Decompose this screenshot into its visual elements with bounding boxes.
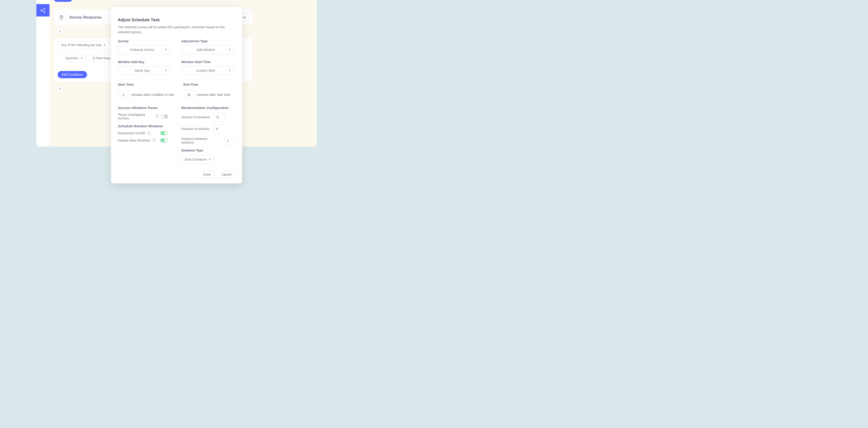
duration-window-label: Duration of window: [181, 127, 210, 131]
clipboard-icon-box [57, 13, 66, 22]
distance-type-select[interactable]: Exact Distance ▼ [181, 155, 214, 164]
start-time-suffix: minutes after condition is met [131, 93, 174, 96]
amount-windows-input[interactable] [214, 113, 225, 121]
modal-description: The selected survey will be added the pa… [118, 25, 235, 35]
window-start-time-value: Custom Start [196, 69, 215, 72]
adjustment-type-label: Adjustment Type [181, 39, 235, 43]
distance-windows-label: Distance between windows: [181, 137, 221, 144]
adjustment-type-select[interactable]: Add Window ▼ [181, 45, 234, 54]
modal-title: Adjust Schedule Task [118, 18, 235, 22]
plus-icon [59, 87, 62, 90]
edit-conditions-button[interactable]: Edit Conditions [58, 71, 87, 78]
left-rail [36, 0, 50, 147]
survey-response-title: Survey Response [69, 15, 102, 20]
distance-type-label: Distance Type [181, 149, 235, 152]
window-add-day-field: Window Add Day Same Day ▼ [118, 60, 172, 75]
distance-windows-input[interactable] [224, 136, 235, 145]
end-time-suffix: minutes after start time [197, 93, 230, 96]
question-chip-label: Question [66, 56, 79, 60]
end-time-input[interactable] [184, 90, 195, 99]
done-label: Done [203, 173, 211, 176]
svg-point-2 [44, 11, 45, 13]
survey-select-value: Followup Survey [130, 48, 154, 52]
chevron-down-icon: ▼ [81, 57, 83, 59]
schedule-random-heading: Schedule Random Windows [118, 124, 172, 128]
window-add-day-value: Same Day [134, 69, 150, 72]
add-step-button-2[interactable] [57, 86, 63, 92]
amount-windows-label: Amount of windows: [181, 115, 211, 119]
adjustment-type-field: Adjustment Type Add Window ▼ [181, 39, 235, 54]
question-chip[interactable]: Question ▼ [62, 54, 86, 62]
cancel-button[interactable]: Cancel [218, 171, 235, 178]
window-start-time-field: Window Start Time Custom Start ▼ [181, 60, 235, 75]
svg-line-3 [42, 9, 44, 10]
window-start-time-select[interactable]: Custom Start ▼ [181, 66, 234, 75]
adjust-schedule-modal: Adjust Schedule Task The selected survey… [111, 7, 242, 183]
network-icon [40, 7, 46, 13]
display-new-windows-label: Display New Windows [118, 139, 150, 142]
adjustment-type-value: Add Window [196, 48, 215, 52]
end-time-field: End Time minutes after start time [184, 83, 235, 99]
pause-overlapping-toggle[interactable] [161, 114, 168, 119]
chevron-down-icon: ▼ [228, 69, 231, 72]
edit-conditions-label: Edit Conditions [62, 73, 83, 77]
chevron-down-icon: ▼ [228, 49, 231, 51]
start-time-input[interactable] [118, 90, 129, 99]
chevron-down-icon: ▼ [165, 69, 167, 72]
svg-point-1 [44, 8, 45, 9]
randomize-onoff-label: Randomize On/Off [118, 131, 145, 135]
rail-tab-flow[interactable] [36, 4, 50, 17]
survey-label: Survey [118, 39, 172, 43]
chevron-down-icon: ▼ [103, 44, 106, 47]
random-config-heading: Randomization Configuration [181, 106, 235, 110]
done-button[interactable]: Done [199, 171, 215, 178]
help-icon[interactable]: ? [147, 131, 151, 135]
window-add-day-label: Window Add Day [118, 60, 172, 64]
pause-overlapping-label: Pause overlapping surveys [118, 113, 153, 120]
duration-window-input[interactable] [214, 125, 224, 133]
plus-icon [59, 30, 62, 33]
survey-field: Survey Followup Survey ▼ [118, 39, 172, 54]
top-pill-button[interactable] [54, 0, 72, 2]
distance-type-value: Exact Distance [185, 158, 207, 161]
window-start-time-label: Window Start Time [181, 60, 235, 64]
help-icon[interactable]: ? [156, 115, 159, 118]
any-following-label: Any of the following are true [61, 43, 102, 47]
any-following-chip[interactable]: Any of the following are true ▼ [58, 41, 109, 49]
display-new-windows-toggle[interactable] [160, 139, 168, 143]
start-time-label: Start Time [118, 83, 174, 86]
add-step-button-1[interactable] [57, 28, 63, 34]
clipboard-icon [59, 15, 64, 20]
chevron-down-icon: ▼ [209, 158, 211, 160]
randomize-onoff-toggle[interactable] [160, 131, 168, 135]
help-icon[interactable]: ? [152, 139, 156, 142]
window-add-day-select[interactable]: Same Day ▼ [118, 66, 170, 75]
survey-select[interactable]: Followup Survey ▼ [118, 45, 170, 54]
svg-point-0 [41, 10, 42, 11]
end-time-label: End Time [184, 83, 235, 86]
cancel-label: Cancel [221, 173, 231, 176]
pause-heading: Surveys Windows Pause [118, 106, 172, 110]
svg-line-4 [42, 11, 44, 12]
start-time-field: Start Time minutes after condition is me… [118, 83, 174, 99]
chevron-down-icon: ▼ [165, 49, 167, 51]
